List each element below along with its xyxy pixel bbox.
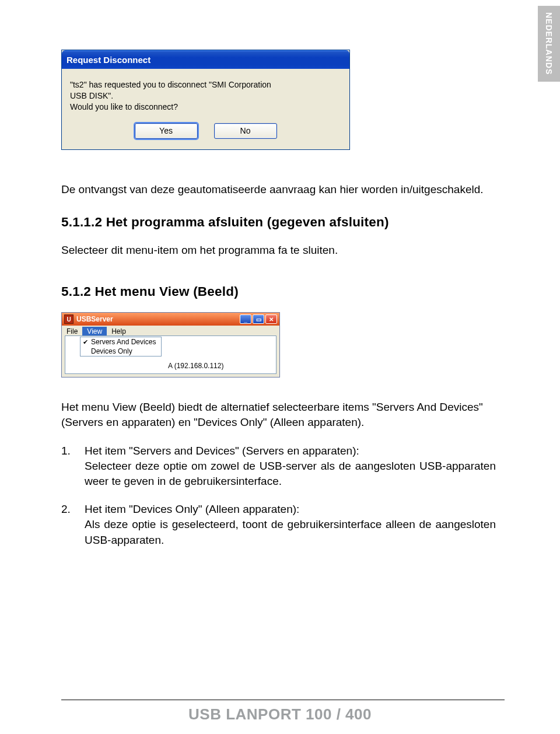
list-item-body: Selecteer deze optie om zowel de USB-ser… xyxy=(85,460,496,487)
language-label: NEDERLANDS xyxy=(544,12,554,75)
close-button[interactable]: ✕ xyxy=(265,314,277,324)
dialog-titlebar[interactable]: Request Disconnect xyxy=(62,50,349,69)
usbserver-app-icon: U xyxy=(64,314,74,324)
no-button[interactable]: No xyxy=(214,123,277,139)
list-item-title: Het item "Servers and Devices" (Servers … xyxy=(85,445,359,457)
request-disconnect-dialog: Request Disconnect "ts2" has requested y… xyxy=(61,50,350,150)
minimize-button[interactable]: _ xyxy=(240,314,251,324)
list-number: 1. xyxy=(61,443,85,490)
menu-option-label: Servers And Devices xyxy=(91,338,156,346)
body-text-block: De ontvangst van deze geautomatiseerde a… xyxy=(61,182,496,299)
list-item: 2. Het item "Devices Only" (Alleen appar… xyxy=(61,502,496,548)
menu-option-servers-and-devices[interactable]: ✔ Servers And Devices xyxy=(80,337,161,347)
dialog-body: "ts2" has requested you to disconnect "S… xyxy=(62,69,349,116)
view-menu-description: Het menu View (Beeld) biedt de alternati… xyxy=(61,400,496,430)
dialog-message-line1: "ts2" has requested you to disconnect "S… xyxy=(70,79,341,90)
menu-help[interactable]: Help xyxy=(107,327,131,336)
menu-option-label: Devices Only xyxy=(91,347,132,355)
yes-button[interactable]: Yes xyxy=(135,123,198,139)
section-5-1-1-2-body: Selecteer dit menu-item om het programma… xyxy=(61,243,496,258)
footer-product-name: USB LANPORT 100 / 400 xyxy=(0,705,560,723)
list-item-title: Het item "Devices Only" (Alleen apparate… xyxy=(85,503,299,515)
check-icon: ✔ xyxy=(83,338,91,346)
list-item-body: Als deze optie is geselecteerd, toont de… xyxy=(85,518,496,546)
dialog-button-row: Yes No xyxy=(62,116,349,149)
intro-paragraph: De ontvangst van deze geautomatiseerde a… xyxy=(61,182,496,197)
usbserver-title-text: USBServer xyxy=(76,315,113,323)
menu-view[interactable]: View xyxy=(82,327,107,336)
maximize-button[interactable]: ▭ xyxy=(253,314,264,324)
usbserver-window: U USBServer _ ▭ ✕ File View Help ✔ Serve… xyxy=(61,312,280,378)
menu-file[interactable]: File xyxy=(62,327,82,336)
server-node-label[interactable]: A (192.168.0.112) xyxy=(168,359,223,370)
dialog-message-line2: USB DISK". xyxy=(70,90,341,102)
section-5-1-1-2-title: 5.1.1.2 Het programma afsluiten (gegeven… xyxy=(61,215,496,230)
dialog-title: Request Disconnect xyxy=(66,55,150,65)
section-5-1-2-title: 5.1.2 Het menu View (Beeld) xyxy=(61,284,496,299)
language-side-tab: NEDERLANDS xyxy=(538,6,560,82)
view-menu-description-block: Het menu View (Beeld) biedt de alternati… xyxy=(61,400,496,430)
usbserver-titlebar[interactable]: U USBServer _ ▭ ✕ xyxy=(62,313,279,326)
view-menu-dropdown: ✔ Servers And Devices Devices Only xyxy=(80,337,162,356)
numbered-list: 1. Het item "Servers and Devices" (Serve… xyxy=(61,443,496,548)
list-number: 2. xyxy=(61,502,85,548)
dialog-message-line3: Would you like to disconnect? xyxy=(70,102,341,113)
footer-divider xyxy=(61,700,505,700)
menu-option-devices-only[interactable]: Devices Only xyxy=(80,347,161,356)
list-item: 1. Het item "Servers and Devices" (Serve… xyxy=(61,443,496,490)
page-container: Request Disconnect "ts2" has requested y… xyxy=(0,0,560,584)
